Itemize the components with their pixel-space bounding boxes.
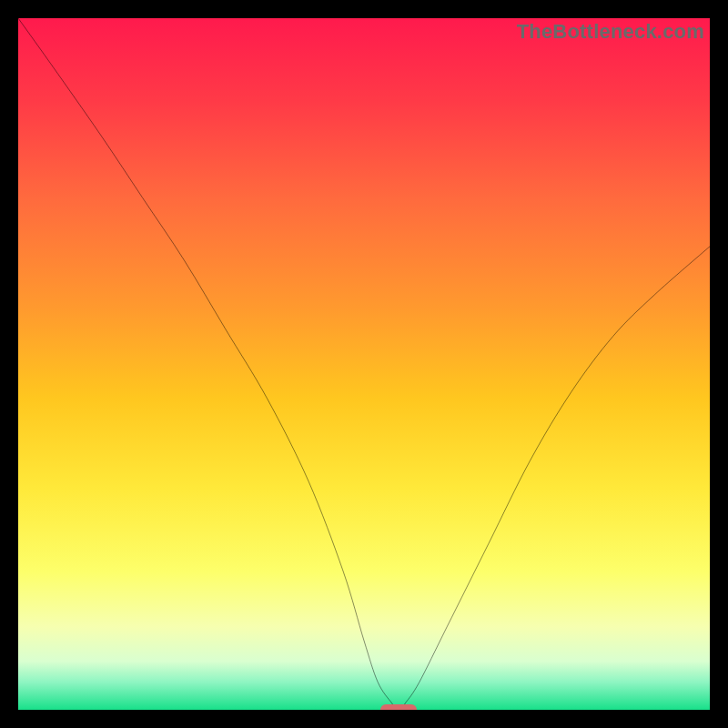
bottleneck-curve	[18, 18, 710, 710]
bottleneck-curve-path	[18, 18, 710, 710]
watermark-text: TheBottleneck.com	[517, 20, 704, 44]
optimal-point-marker	[380, 704, 417, 710]
chart-frame: TheBottleneck.com	[0, 0, 728, 728]
plot-area: TheBottleneck.com	[18, 18, 710, 710]
